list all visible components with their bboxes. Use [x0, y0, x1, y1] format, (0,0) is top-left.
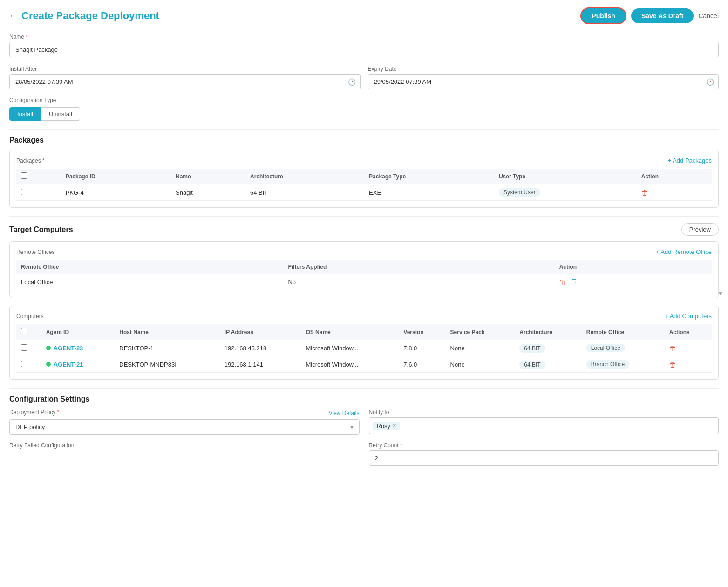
- comp-row-sp-2: None: [446, 356, 515, 373]
- table-row: Local Office No 🗑 ⛉: [16, 274, 712, 290]
- comp-col-agent-id: Agent ID: [41, 324, 115, 340]
- comp-row-ip-1: 192.168.43.218: [220, 340, 301, 356]
- preview-button[interactable]: Preview: [681, 223, 719, 236]
- comp-row-version-1: 7.8.0: [399, 340, 445, 356]
- target-computers-title: Target Computers: [9, 225, 73, 234]
- table-row: AGENT-21 DESKTOP-MNDP83I 192.168.1.141 M…: [16, 356, 712, 373]
- computers-label: Computers: [16, 313, 44, 320]
- deployment-policy-label: Deployment Policy *: [9, 409, 59, 416]
- packages-select-all-checkbox[interactable]: [21, 172, 27, 179]
- comp-row-os-1: Microsoft Window...: [301, 340, 399, 356]
- pkg-row-id: PKG-4: [61, 184, 171, 201]
- pkg-row-delete-icon[interactable]: 🗑: [641, 189, 648, 197]
- install-after-input[interactable]: [9, 74, 361, 89]
- ro-row-filters: No: [283, 274, 554, 290]
- install-toggle-button[interactable]: Install: [9, 107, 41, 121]
- name-input[interactable]: [9, 42, 719, 57]
- notify-tag-close-icon[interactable]: ✕: [392, 423, 396, 429]
- comp-row-version-2: 7.6.0: [399, 356, 445, 373]
- comp-row-sp-1: None: [446, 340, 515, 356]
- ro-col-filters: Filters Applied: [283, 260, 554, 274]
- pkg-col-arch: Architecture: [245, 169, 364, 184]
- computers-table: Agent ID Host Name IP Address OS Name Ve…: [16, 324, 712, 373]
- comp-row-hostname-1: DESKTOP-1: [115, 340, 220, 356]
- add-remote-office-link[interactable]: + Add Remote Office: [656, 248, 712, 255]
- comp-row-delete-icon-2[interactable]: 🗑: [669, 361, 676, 369]
- pkg-row-user-type: System User: [494, 184, 637, 201]
- config-type-label: Configuration Type: [9, 97, 719, 103]
- comp-col-os: OS Name: [301, 324, 399, 340]
- comp-row-ro-2: Branch Office: [582, 356, 665, 373]
- agent-status-dot-2: [46, 362, 51, 367]
- comp-row-hostname-2: DESKTOP-MNDP83I: [115, 356, 220, 373]
- add-computers-link[interactable]: + Add Computers: [665, 313, 712, 320]
- pkg-col-id: Package ID: [61, 169, 171, 184]
- table-row: PKG-4 Snagit 64 BIT EXE System User 🗑: [16, 184, 712, 201]
- remote-offices-table: Remote Office Filters Applied Action Loc…: [16, 260, 712, 290]
- pkg-col-user: User Type: [494, 169, 637, 184]
- clock-icon-expiry: 🕐: [706, 78, 714, 86]
- agent-status-dot-1: [46, 346, 51, 350]
- pkg-row-arch: 64 BIT: [245, 184, 364, 201]
- agent-id-link-2[interactable]: AGENT-21: [54, 361, 83, 368]
- notify-to-label: Notify to: [369, 409, 719, 416]
- computers-select-all-checkbox[interactable]: [21, 328, 27, 334]
- notify-tag: Rosy ✕: [373, 422, 401, 430]
- pkg-row-name: Snagit: [171, 184, 245, 201]
- table-row: AGENT-23 DESKTOP-1 192.168.43.218 Micros…: [16, 340, 712, 356]
- comp-col-sp: Service Pack: [446, 324, 515, 340]
- retry-failed-label: Retry Failed Configuration: [9, 442, 360, 449]
- comp-row-os-2: Microsoft Window...: [301, 356, 399, 373]
- packages-section-title: Packages: [9, 129, 719, 144]
- ro-col-action: Action: [555, 260, 712, 274]
- pkg-row-type: EXE: [364, 184, 494, 201]
- publish-button[interactable]: Publish: [580, 7, 626, 24]
- comp-row-arch-2: 64 BIT: [515, 356, 581, 373]
- name-label: Name *: [9, 34, 719, 40]
- comp-row-checkbox-1[interactable]: [21, 344, 27, 351]
- pkg-col-type: Package Type: [364, 169, 494, 184]
- comp-col-hostname: Host Name: [115, 324, 220, 340]
- uninstall-toggle-button[interactable]: Uninstall: [41, 107, 80, 121]
- comp-col-version: Version: [399, 324, 445, 340]
- retry-count-label: Retry Count *: [369, 442, 719, 449]
- back-arrow-icon[interactable]: ←: [9, 12, 17, 20]
- expiry-date-input[interactable]: [368, 74, 719, 89]
- packages-table: Package ID Name Architecture Package Typ…: [16, 169, 712, 201]
- add-packages-link[interactable]: + Add Packages: [668, 157, 712, 164]
- comp-row-ip-2: 192.168.1.141: [220, 356, 301, 373]
- remote-offices-label: Remote Offices: [16, 249, 54, 255]
- ro-col-name: Remote Office: [16, 260, 283, 274]
- expiry-date-label: Expiry Date: [368, 66, 719, 72]
- comp-col-actions: Actions: [665, 324, 712, 340]
- config-settings-title: Configuration Settings: [9, 388, 719, 403]
- comp-col-arch: Architecture: [515, 324, 581, 340]
- pkg-col-action: Action: [637, 169, 712, 184]
- cancel-button[interactable]: Cancel: [698, 12, 719, 20]
- comp-row-ro-1: Local Office: [582, 340, 665, 356]
- comp-col-ro: Remote Office: [582, 324, 665, 340]
- clock-icon-install: 🕐: [348, 78, 356, 86]
- ro-row-delete-icon[interactable]: 🗑: [559, 278, 566, 286]
- packages-card-label: Packages *: [16, 157, 45, 164]
- comp-row-checkbox-2[interactable]: [21, 361, 27, 367]
- ro-row-name: Local Office: [16, 274, 283, 290]
- view-details-link[interactable]: View Details: [329, 410, 360, 416]
- agent-id-link-1[interactable]: AGENT-23: [54, 345, 83, 352]
- save-draft-button[interactable]: Save As Draft: [631, 8, 694, 23]
- pkg-row-checkbox[interactable]: [21, 189, 27, 195]
- comp-row-arch-1: 64 BIT: [515, 340, 581, 356]
- install-after-label: Install After: [9, 66, 361, 72]
- page-title: Create Package Deployment: [21, 10, 159, 22]
- pkg-col-name: Name: [171, 169, 245, 184]
- deployment-policy-select[interactable]: DEP policy: [9, 419, 360, 435]
- retry-count-input[interactable]: [369, 450, 719, 466]
- notify-to-input[interactable]: Rosy ✕ ▼: [369, 417, 719, 434]
- comp-row-delete-icon-1[interactable]: 🗑: [669, 344, 676, 352]
- ro-row-filter-icon[interactable]: ⛉: [571, 278, 578, 286]
- comp-col-ip: IP Address: [220, 324, 301, 340]
